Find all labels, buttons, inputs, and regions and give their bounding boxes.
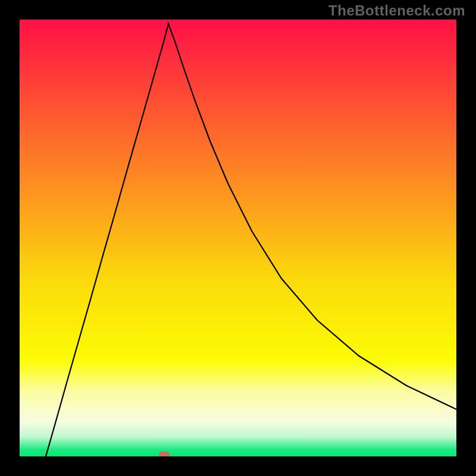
gradient-background [20,20,456,456]
plot-area [20,20,456,456]
chart-svg [20,20,456,456]
watermark-text: TheBottleneck.com [328,2,465,19]
chart-frame: TheBottleneck.com [0,0,476,476]
trough-marker [159,452,170,456]
